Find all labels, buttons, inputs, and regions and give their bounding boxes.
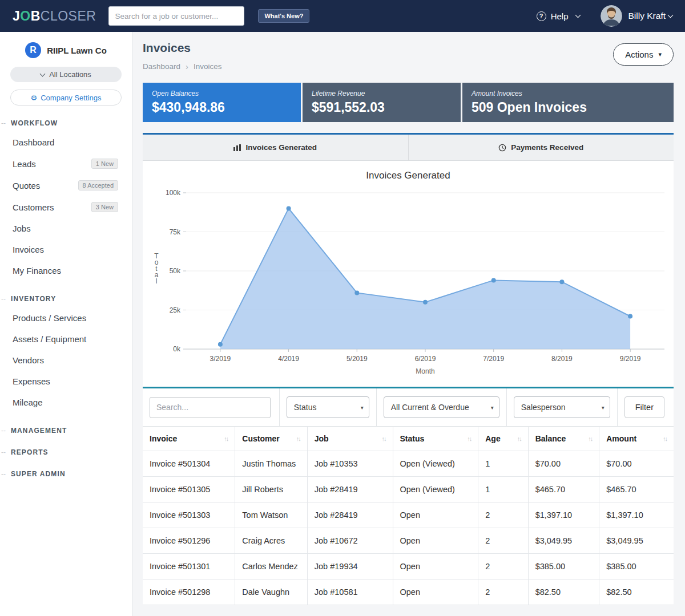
column-label: Job [315,434,329,443]
invoice-link[interactable]: Invoice #501304 [143,451,235,477]
sidebar-item-mileage[interactable]: Mileage [0,392,132,413]
column-header-customer[interactable]: Customer↑↓ [235,427,307,451]
sidebar-item-leads[interactable]: Leads1 New [0,153,132,175]
column-header-amount[interactable]: Amount↑↓ [599,427,674,451]
sidebar-item-label: Jobs [13,224,31,233]
page-title-block: Invoices Dashboard › Invoices [143,41,222,71]
status-badge: 1 New [91,159,118,169]
sidebar-section-workflow[interactable]: --WORKFLOW [0,119,132,127]
invoice-link[interactable]: Invoice #501305 [143,477,235,502]
section-label: REPORTS [11,448,49,456]
invoice-link[interactable]: Invoice #501296 [143,528,235,554]
job-link[interactable]: Job #28419 [307,502,393,528]
column-label: Invoice [150,434,177,443]
breadcrumb-dashboard[interactable]: Dashboard [143,62,180,71]
amount-cell: $465.70 [599,477,674,502]
table-row: Invoice #501304Justin ThomasJob #10353Op… [143,451,674,477]
sidebar-section-super-admin[interactable]: --SUPER ADMIN [0,470,132,478]
sidebar-item-quotes[interactable]: Quotes8 Accepted [0,175,132,196]
job-link[interactable]: Job #10581 [307,579,393,605]
tree-lines-icon: -- [1,470,6,478]
user-name: Billy Kraft [628,11,666,21]
job-link[interactable]: Job #19934 [307,554,393,579]
customer-link[interactable]: Justin Thomas [235,451,307,477]
page-title: Invoices [143,41,222,55]
sidebar-item-label: Vendors [13,355,44,365]
sidebar-item-label: Expenses [13,376,50,386]
company-logo: R [25,42,41,58]
status-cell: Open [393,528,478,554]
sidebar-nav: --WORKFLOWDashboardLeads1 NewQuotes8 Acc… [0,119,132,478]
global-search-input[interactable] [108,6,244,26]
filter-button[interactable]: Filter [624,396,664,418]
column-header-status[interactable]: Status↑↓ [393,427,478,451]
whats-new-button[interactable]: What's New? [258,9,309,23]
main-content: Invoices Dashboard › Invoices Actions ▾ … [132,32,685,616]
sidebar-section-reports[interactable]: --REPORTS [0,448,132,456]
tree-lines-icon: -- [1,448,6,456]
stat-value: 509 Open Invoices [472,100,664,115]
status-cell: Open (Viewed) [393,451,478,477]
actions-label: Actions [625,50,653,59]
balance-cell: $1,397.10 [528,502,599,528]
column-label: Age [485,434,500,443]
tree-lines-icon: -- [1,295,6,303]
help-menu[interactable]: ? Help [537,11,580,21]
user-avatar[interactable] [601,5,622,27]
balance-cell: $385.00 [528,554,599,579]
app-root: JOBCLOSER What's New? ? Help Billy Kraft [0,0,685,616]
column-header-job[interactable]: Job↑↓ [307,427,393,451]
balance-cell: $82.50 [528,579,599,605]
navbar-right: ? Help Billy Kraft [537,5,672,27]
status-cell: Open [393,502,478,528]
table-search-input[interactable] [150,397,271,418]
column-header-age[interactable]: Age↑↓ [478,427,528,451]
sort-icon: ↑↓ [517,435,521,442]
sidebar-section-inventory[interactable]: --INVENTORY [0,295,132,303]
company-settings-button[interactable]: ⚙ Company Settings [10,90,122,106]
current-overdue-select[interactable]: All Current & Overdue ▾ [384,396,499,418]
sidebar-item-my-finances[interactable]: My Finances [0,260,132,281]
sidebar-item-products-services[interactable]: Products / Services [0,307,132,329]
sidebar-item-label: Mileage [13,398,43,407]
table-row: Invoice #501305Jill RobertsJob #28419Ope… [143,477,674,502]
app-logo[interactable]: JOBCLOSER [13,9,96,24]
salesperson-select[interactable]: Salesperson ▾ [514,396,610,418]
sidebar-item-dashboard[interactable]: Dashboard [0,132,132,153]
status-select[interactable]: Status ▾ [287,396,369,418]
tree-lines-icon: -- [1,427,6,435]
column-header-balance[interactable]: Balance↑↓ [528,427,599,451]
tree-lines-icon: -- [1,119,6,127]
section-label: MANAGEMENT [11,427,67,435]
svg-text:100k: 100k [166,189,181,197]
sidebar-item-jobs[interactable]: Jobs [0,218,132,239]
sidebar-item-customers[interactable]: Customers3 New [0,196,132,218]
user-menu[interactable]: Billy Kraft [628,11,672,21]
job-link[interactable]: Job #28419 [307,477,393,502]
stat-cards: Open Balances$430,948.86Lifetime Revenue… [143,83,674,122]
sidebar-item-invoices[interactable]: Invoices [0,239,132,260]
customer-link[interactable]: Dale Vaughn [235,579,307,605]
actions-button[interactable]: Actions ▾ [613,43,674,66]
locations-dropdown[interactable]: All Locations [10,67,122,82]
sidebar-item-expenses[interactable]: Expenses [0,371,132,392]
customer-link[interactable]: Carlos Mendez [235,554,307,579]
section-label: SUPER ADMIN [11,470,66,478]
tab-invoices-generated[interactable]: Invoices Generated [143,135,408,160]
job-link[interactable]: Job #10672 [307,528,393,554]
invoice-link[interactable]: Invoice #501298 [143,579,235,605]
sidebar-section-management[interactable]: --MANAGEMENT [0,427,132,435]
customer-link[interactable]: Jill Roberts [235,477,307,502]
customer-link[interactable]: Craig Acres [235,528,307,554]
column-header-invoice[interactable]: Invoice↑↓ [143,427,235,451]
sidebar-item-assets-equipment[interactable]: Assets / Equipment [0,329,132,350]
job-link[interactable]: Job #10353 [307,451,393,477]
tab-payments-received[interactable]: Payments Received [408,135,674,160]
table-header-row: Invoice↑↓Customer↑↓Job↑↓Status↑↓Age↑↓Bal… [143,427,674,451]
invoice-link[interactable]: Invoice #501303 [143,502,235,528]
customer-link[interactable]: Tom Watson [235,502,307,528]
caret-down-icon: ▾ [491,404,494,411]
svg-text:25k: 25k [170,306,181,314]
sidebar-item-vendors[interactable]: Vendors [0,350,132,371]
invoice-link[interactable]: Invoice #501301 [143,554,235,579]
